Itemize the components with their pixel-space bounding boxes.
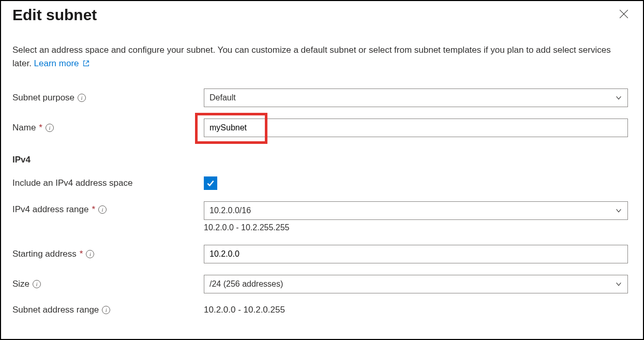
row-subnet-purpose: Subnet purpose Default — [12, 88, 632, 107]
size-value: /24 (256 addresses) — [209, 279, 283, 289]
label-starting-address-text: Starting address — [12, 249, 77, 259]
row-subnet-address-range: Subnet address range 10.2.0.0 - 10.2.0.2… — [12, 305, 632, 315]
required-indicator: * — [92, 204, 95, 215]
ipv4-section-heading: IPv4 — [12, 155, 632, 165]
include-ipv4-checkbox[interactable] — [204, 176, 217, 190]
starting-address-input[interactable] — [204, 245, 628, 263]
info-icon[interactable] — [86, 250, 94, 258]
required-indicator: * — [39, 123, 42, 133]
info-icon[interactable] — [78, 94, 86, 102]
subnet-range-value: 10.2.0.0 - 10.2.0.255 — [204, 305, 285, 315]
label-subnet-purpose: Subnet purpose — [12, 93, 204, 103]
row-name: Name * — [12, 119, 632, 137]
subnet-purpose-value: Default — [209, 93, 236, 102]
subnet-purpose-select[interactable]: Default — [204, 88, 628, 107]
required-indicator: * — [80, 249, 83, 259]
ipv4-range-value: 10.2.0.0/16 — [209, 206, 251, 215]
label-ipv4-range-text: IPv4 address range — [12, 204, 88, 215]
info-icon[interactable] — [102, 306, 110, 314]
close-icon — [619, 9, 628, 19]
panel-header: Edit subnet — [12, 4, 632, 43]
ipv4-range-helper: 10.2.0.0 - 10.2.255.255 — [204, 223, 628, 232]
label-subnet-range: Subnet address range — [12, 305, 204, 315]
label-starting-address: Starting address * — [12, 249, 204, 259]
size-select[interactable]: /24 (256 addresses) — [204, 275, 628, 293]
row-size: Size /24 (256 addresses) — [12, 275, 632, 293]
external-link-icon — [83, 60, 89, 67]
label-name-text: Name — [12, 123, 36, 133]
label-size-text: Size — [12, 279, 29, 289]
info-icon[interactable] — [46, 124, 54, 132]
chevron-down-icon — [615, 207, 622, 214]
info-icon[interactable] — [33, 280, 41, 288]
info-icon[interactable] — [98, 205, 107, 214]
learn-more-label: Learn more — [34, 58, 79, 68]
checkmark-icon — [206, 179, 215, 188]
label-subnet-purpose-text: Subnet purpose — [12, 93, 74, 103]
close-button[interactable] — [616, 6, 632, 23]
learn-more-link[interactable]: Learn more — [34, 58, 90, 68]
intro-body: Select an address space and configure yo… — [12, 45, 611, 68]
chevron-down-icon — [615, 94, 622, 101]
ipv4-range-select[interactable]: 10.2.0.0/16 — [204, 201, 628, 220]
label-ipv4-range: IPv4 address range * — [12, 201, 204, 215]
chevron-down-icon — [615, 280, 622, 288]
name-input[interactable] — [204, 119, 627, 137]
label-include-ipv4-text: Include an IPv4 address space — [12, 178, 132, 188]
name-input-wrapper — [204, 119, 628, 137]
label-subnet-range-text: Subnet address range — [12, 305, 99, 315]
row-ipv4-range: IPv4 address range * 10.2.0.0/16 10.2.0.… — [12, 201, 632, 232]
row-include-ipv4: Include an IPv4 address space — [12, 176, 632, 190]
edit-subnet-panel: Edit subnet Select an address space and … — [0, 0, 644, 340]
page-title: Edit subnet — [12, 6, 97, 24]
intro-text: Select an address space and configure yo… — [12, 43, 623, 70]
row-starting-address: Starting address * — [12, 245, 632, 263]
label-include-ipv4: Include an IPv4 address space — [12, 178, 204, 188]
label-size: Size — [12, 279, 204, 289]
label-name: Name * — [12, 123, 204, 133]
